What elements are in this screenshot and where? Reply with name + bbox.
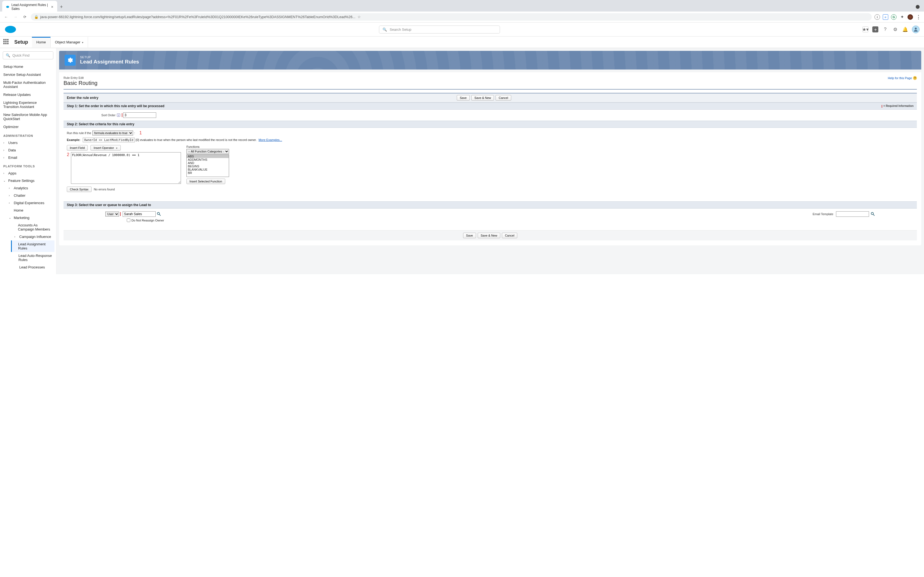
step3-title: Step 3: Select the user or queue to assi… xyxy=(67,203,151,207)
salesforce-topbar: 🔍 Search Setup ★▾ ＋ ? ⚙ 🔔 xyxy=(0,23,924,37)
tree-item-chatter[interactable]: ›Chatter xyxy=(7,192,55,199)
page-title: Lead Assignment Rules xyxy=(80,59,139,65)
back-button[interactable]: ← xyxy=(3,14,9,20)
email-template-label: Email Template xyxy=(813,213,833,216)
save-and-new-button-bottom[interactable]: Save & New xyxy=(478,233,501,238)
bookmark-star-icon[interactable]: ☆ xyxy=(357,15,361,19)
tree-item-campaign-influence[interactable]: ›Campaign Influence xyxy=(13,233,55,240)
tree-item-lead-auto-response-rules[interactable]: ›Lead Auto-Response Rules xyxy=(13,252,55,263)
more-examples-link[interactable]: More Examples... xyxy=(258,138,282,142)
profile-avatar-icon[interactable] xyxy=(908,14,913,20)
tree-item-analytics[interactable]: ›Analytics xyxy=(7,184,55,192)
sidebar-item-optimizer[interactable]: Optimizer xyxy=(2,123,55,131)
sidebar-item-lex-transition[interactable]: Lightning Experience Transition Assistan… xyxy=(2,98,55,111)
app-launcher-icon[interactable] xyxy=(3,39,10,46)
setup-label: Setup xyxy=(13,37,32,48)
chevron-right-icon: › xyxy=(9,194,13,197)
function-option-br[interactable]: BR xyxy=(187,171,229,174)
tree-item-lead-assignment-rules[interactable]: Lead Assignment Rules xyxy=(11,240,55,252)
formula-textarea[interactable]: FLOOR(AnnualRevenue / 1000000.0) == 1 xyxy=(71,152,181,184)
function-list[interactable]: ABS ADDMONTHS AND BEGINS BLANKVALUE BR xyxy=(186,155,229,177)
help-link-label: Help for this Page xyxy=(888,76,912,80)
save-button-bottom[interactable]: Save xyxy=(463,233,476,238)
global-search[interactable]: 🔍 Search Setup xyxy=(379,26,500,34)
function-category-select[interactable]: -- All Function Categories -- xyxy=(186,149,229,154)
sidebar-item-service-setup[interactable]: Service Setup Assistant xyxy=(2,71,55,79)
email-template-input[interactable] xyxy=(836,211,869,217)
sidebar-item-mfa-assistant[interactable]: Multi-Factor Authentication Assistant xyxy=(2,79,55,91)
chevron-right-icon: › xyxy=(3,149,7,152)
sidebar-item-release-updates[interactable]: Release Updates xyxy=(2,91,55,98)
salesforce-logo[interactable] xyxy=(5,25,16,34)
check-syntax-button[interactable]: Check Syntax xyxy=(67,187,92,192)
insert-selected-function-button[interactable]: Insert Selected Function xyxy=(186,179,225,184)
tree-item-accounts-campaign-members[interactable]: ›Accounts As Campaign Members xyxy=(13,221,55,233)
function-option-abs[interactable]: ABS xyxy=(187,155,229,158)
function-option-addmonths[interactable]: ADDMONTHS xyxy=(187,158,229,161)
browser-tab[interactable]: Lead Assignment Rules | Sales × xyxy=(2,1,57,13)
window-control-icon[interactable] xyxy=(916,5,919,9)
function-option-blankvalue[interactable]: BLANKVALUE xyxy=(187,168,229,171)
sort-order-input[interactable] xyxy=(123,112,156,118)
assignee-input[interactable] xyxy=(123,211,156,217)
function-option-begins[interactable]: BEGINS xyxy=(187,164,229,168)
assignee-type-select[interactable]: User xyxy=(105,211,119,216)
help-link[interactable]: Help for this Page? xyxy=(888,76,917,80)
setup-nav-row: Setup Home Object Manager▾ xyxy=(0,37,924,48)
browser-menu-icon[interactable]: ⋮ xyxy=(916,14,921,20)
save-button[interactable]: Save xyxy=(457,95,470,101)
user-avatar-icon[interactable] xyxy=(912,26,919,33)
function-option-and[interactable]: AND xyxy=(187,161,229,164)
grammarly-extension-icon[interactable]: G xyxy=(891,14,897,20)
info-icon[interactable]: i xyxy=(117,113,120,117)
tree-item-email[interactable]: ›Email xyxy=(2,154,55,161)
tree-item-digital-experiences[interactable]: ›Digital Experiences xyxy=(7,199,55,206)
insert-operator-button[interactable]: Insert Operator▼ xyxy=(90,145,121,151)
quick-find-input[interactable]: 🔍 Quick Find xyxy=(3,52,53,60)
tree-label: Feature Settings xyxy=(8,179,34,183)
extensions-icon[interactable]: ✦ xyxy=(899,14,905,20)
tab-object-manager[interactable]: Object Manager▾ xyxy=(51,37,88,48)
notifications-icon[interactable]: 🔔 xyxy=(902,26,908,32)
tree-item-users[interactable]: ›Users xyxy=(2,139,55,147)
new-tab-button[interactable]: + xyxy=(60,4,63,10)
run-rule-label: Run this rule if the xyxy=(67,131,91,135)
tab-home-label: Home xyxy=(36,40,46,44)
setup-gear-icon[interactable]: ⚙ xyxy=(892,26,898,32)
chevron-down-icon: ⌄ xyxy=(9,216,13,219)
cancel-button-bottom[interactable]: Cancel xyxy=(502,233,517,238)
blue-extension-icon[interactable]: ⌕ xyxy=(883,14,888,20)
svg-point-0 xyxy=(6,6,9,8)
tree-item-marketing[interactable]: ⌄Marketing xyxy=(7,214,55,221)
info-extension-icon[interactable]: i xyxy=(874,14,880,20)
sidebar-item-setup-home[interactable]: Setup Home xyxy=(2,63,55,71)
enter-rule-bar: Enter the rule entry Save Save & New Can… xyxy=(63,93,917,103)
do-not-reassign-checkbox[interactable] xyxy=(127,218,130,222)
cancel-button[interactable]: Cancel xyxy=(496,95,511,101)
chevron-right-icon: › xyxy=(3,141,7,144)
tree-label: Lead Assignment Rules xyxy=(18,242,53,250)
url-bar[interactable]: 🔒 java-power-66192.lightning.force.com/l… xyxy=(31,13,872,21)
lookup-icon[interactable] xyxy=(157,212,161,216)
tab-object-manager-label: Object Manager xyxy=(55,40,81,44)
svg-line-4 xyxy=(159,214,161,216)
favorites-icon[interactable]: ★▾ xyxy=(863,26,869,32)
tree-item-home[interactable]: ›Home xyxy=(7,206,55,214)
sidebar-item-mobile-quickstart[interactable]: New Salesforce Mobile App QuickStart xyxy=(2,111,55,123)
tree-item-data[interactable]: ›Data xyxy=(2,147,55,154)
insert-field-button[interactable]: Insert Field xyxy=(67,145,88,151)
criteria-type-select[interactable]: formula evaluates to true xyxy=(92,131,133,135)
lookup-icon[interactable] xyxy=(871,212,875,216)
tab-home[interactable]: Home xyxy=(32,37,51,48)
tree-item-apps[interactable]: ›Apps xyxy=(2,169,55,177)
save-and-new-button[interactable]: Save & New xyxy=(471,95,494,101)
bottom-button-bar: Save Save & New Cancel xyxy=(63,230,917,240)
step2-body: Run this rule if the formula evaluates t… xyxy=(63,128,917,195)
help-icon[interactable]: ? xyxy=(882,26,888,32)
tree-item-lead-processes[interactable]: ›Lead Processes xyxy=(13,263,55,271)
chevron-right-icon: › xyxy=(3,156,7,159)
tree-item-feature-settings[interactable]: ⌄Feature Settings xyxy=(2,177,55,184)
close-icon[interactable]: × xyxy=(51,5,53,9)
global-actions-icon[interactable]: ＋ xyxy=(872,26,878,32)
reload-button[interactable]: ⟳ xyxy=(21,14,28,20)
